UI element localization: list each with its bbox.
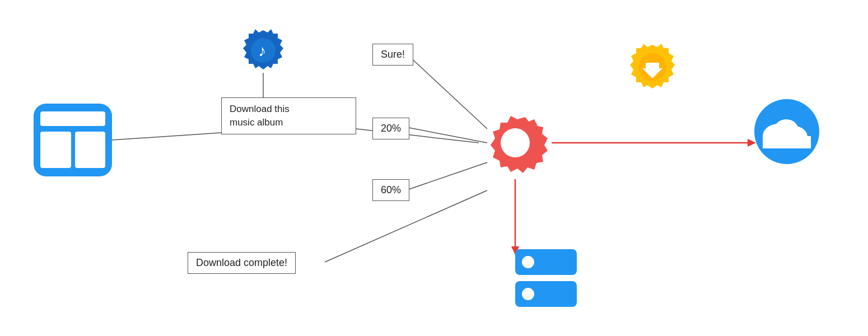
progress-20-message: 20% [372, 118, 409, 139]
svg-rect-25 [763, 136, 811, 148]
progress-60-message: 60% [372, 179, 409, 201]
music-badge-icon: ♪ [241, 28, 286, 73]
svg-line-5 [409, 162, 487, 189]
svg-line-4 [409, 128, 487, 143]
download-complete-message: Download complete! [188, 252, 296, 274]
svg-point-18 [501, 128, 530, 157]
svg-line-6 [325, 190, 487, 262]
browser-icon [34, 104, 112, 176]
download-badge-icon [627, 42, 678, 92]
storage-dot-1 [522, 256, 534, 268]
storage-icon-2 [515, 281, 577, 307]
svg-rect-15 [75, 132, 105, 168]
svg-line-2 [409, 56, 487, 129]
sure-message: Sure! [372, 44, 413, 66]
storage-icon-1 [515, 249, 577, 275]
svg-line-0 [112, 133, 221, 140]
svg-rect-13 [40, 111, 105, 126]
svg-rect-14 [40, 132, 71, 168]
gear-icon [479, 106, 552, 179]
diagram-canvas: ♪ Download thismusic album Sure! 20% 60%… [0, 0, 868, 336]
download-album-message: Download thismusic album [221, 97, 356, 134]
arrows-overlay [0, 0, 868, 336]
storage-dot-2 [522, 288, 534, 300]
cloud-icon [750, 98, 823, 165]
svg-text:♪: ♪ [258, 42, 266, 59]
